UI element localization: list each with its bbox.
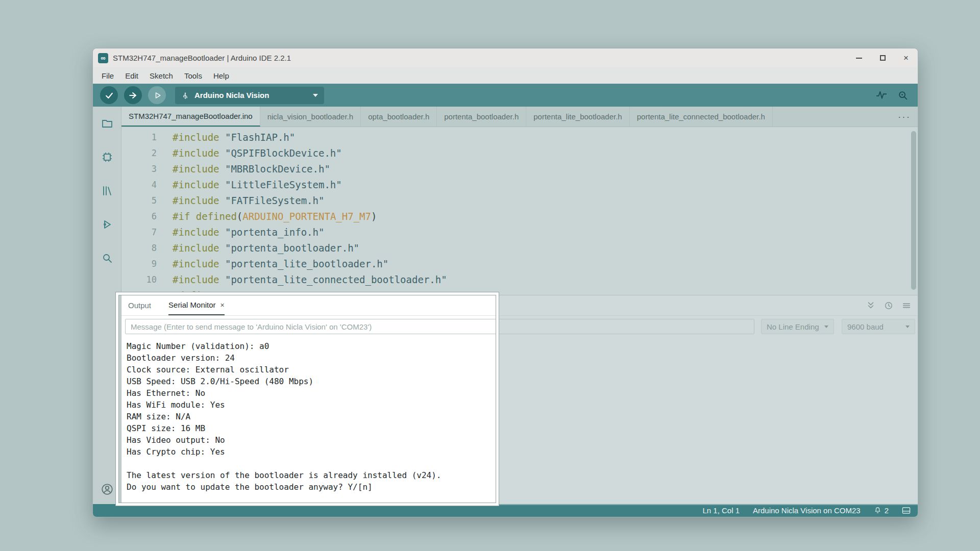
baud-rate-dropdown[interactable]: 9600 baud [842, 319, 915, 334]
code-text: #include "FlashIAP.h" [173, 130, 295, 145]
panel-tab-output[interactable]: Output [128, 295, 151, 315]
code-line: 2#include "QSPIFBlockDevice.h" [121, 145, 918, 161]
sidebar-item-debug[interactable] [101, 218, 114, 231]
panel-tab-serial-monitor[interactable]: Serial Monitor× [168, 295, 225, 315]
close-icon[interactable]: × [220, 301, 225, 309]
upload-button[interactable] [124, 86, 142, 104]
title-bar: ∞ STM32H747_manageBootloader | Arduino I… [93, 48, 918, 67]
books-icon [101, 185, 113, 197]
panel-action-icons [866, 295, 911, 316]
sidebar-item-library-manager[interactable] [101, 184, 114, 197]
line-number: 7 [121, 224, 157, 240]
minimize-icon [856, 58, 862, 59]
menu-item-file[interactable]: File [96, 71, 119, 80]
toolbar-right [876, 90, 918, 101]
line-number: 9 [121, 256, 157, 272]
upload-icon [128, 90, 138, 101]
serial-output-line: Has WiFi module: Yes [127, 399, 442, 411]
code-text: #include "portenta_lite_connected_bootlo… [173, 272, 447, 288]
line-number: 11 [121, 288, 157, 295]
collapse-panel-icon[interactable] [866, 301, 875, 310]
editor-tab[interactable]: portenta_lite_bootloader.h [526, 107, 629, 127]
code-text: #include "QSPIFBlockDevice.h" [173, 145, 342, 161]
panel-menu-icon[interactable] [902, 301, 911, 310]
bottom-panel: OutputSerial Monitor× No Line Ending 960… [121, 295, 918, 505]
editor-tab[interactable]: STM32H747_manageBootloader.ino [121, 107, 260, 127]
close-button[interactable]: × [894, 48, 918, 67]
sidebar-item-sketchbook[interactable] [101, 117, 114, 130]
debug-button[interactable] [148, 86, 166, 104]
code-line: 8#include "portenta_bootloader.h" [121, 240, 918, 256]
toggle-panel-icon[interactable] [902, 507, 911, 514]
chip-icon [101, 151, 113, 163]
editor-tab[interactable]: nicla_vision_bootloader.h [260, 107, 361, 127]
line-ending-dropdown[interactable]: No Line Ending [761, 319, 834, 334]
serial-output-line: QSPI size: 16 MB [127, 422, 442, 434]
verify-button[interactable] [100, 86, 118, 104]
editor-scrollbar[interactable] [911, 131, 916, 290]
bell-icon [874, 507, 881, 514]
arduino-app-icon: ∞ [98, 53, 108, 63]
maximize-icon [880, 55, 886, 61]
close-icon: × [903, 53, 909, 63]
toolbar: Arduino Nicla Vision [93, 84, 918, 107]
menu-item-help[interactable]: Help [208, 71, 235, 80]
serial-monitor-icon[interactable] [897, 90, 909, 101]
board-selector[interactable]: Arduino Nicla Vision [175, 87, 324, 104]
serial-output-line: Has Video output: No [127, 434, 442, 446]
code-line: 10#include "portenta_lite_connected_boot… [121, 272, 918, 288]
board-selector-label: Arduino Nicla Vision [194, 91, 269, 99]
sidebar-item-boards-manager[interactable] [101, 151, 114, 164]
timestamp-icon[interactable] [884, 301, 893, 310]
debug-icon [152, 90, 162, 101]
code-line: 1#include "FlashIAP.h" [121, 130, 918, 145]
status-bar: Ln 1, Col 1 Arduino Nicla Vision on COM2… [93, 504, 918, 517]
account-button[interactable] [101, 483, 114, 496]
minimize-button[interactable] [847, 48, 871, 67]
maximize-button[interactable] [871, 48, 894, 67]
tab-overflow-button[interactable]: ··· [898, 107, 911, 127]
line-number: 4 [121, 177, 157, 193]
menu-bar: FileEditSketchToolsHelp [93, 67, 918, 84]
window-title: STM32H747_manageBootloader | Arduino IDE… [113, 54, 291, 62]
code-line: 3#include "MBRBlockDevice.h" [121, 161, 918, 177]
activity-sidebar [93, 107, 121, 505]
chevron-down-icon [824, 325, 828, 328]
serial-message-input[interactable] [125, 319, 754, 334]
editor-tab[interactable]: portenta_lite_connected_bootloader.h [630, 107, 773, 127]
code-text: #include "portenta_info.h" [173, 224, 324, 240]
serial-output-line: USB Speed: USB 2.0/Hi-Speed (480 Mbps) [127, 375, 442, 387]
code-editor[interactable]: 1#include "FlashIAP.h"2#include "QSPIFBl… [121, 127, 918, 295]
sidebar-item-search[interactable] [101, 252, 114, 265]
code-line: 5#include "FATFileSystem.h" [121, 193, 918, 209]
code-text: #include "portenta_bootloader.h" [173, 240, 359, 256]
serial-output-line: Bootloader version: 24 [127, 352, 442, 364]
search-icon [101, 252, 113, 264]
code-text: #define GET_OTP_BOARD_INFO [173, 288, 324, 295]
serial-plotter-icon[interactable] [876, 90, 887, 101]
serial-output[interactable]: Magic Number (validation): a0Bootloader … [127, 340, 442, 493]
serial-output-line: Has Crypto chip: Yes [127, 446, 442, 458]
code-text: #include "FATFileSystem.h" [173, 193, 324, 209]
account-icon [101, 483, 114, 496]
line-number: 5 [121, 193, 157, 209]
menu-item-sketch[interactable]: Sketch [144, 71, 179, 80]
menu-item-edit[interactable]: Edit [119, 71, 144, 80]
verify-icon [104, 90, 114, 101]
code-line: 6#if defined(ARDUINO_PORTENTA_H7_M7) [121, 209, 918, 224]
notifications-button[interactable]: 2 [874, 506, 889, 515]
code-line: 11#define GET_OTP_BOARD_INFO [121, 288, 918, 295]
chevron-down-icon [905, 325, 910, 328]
board-connection-status: Arduino Nicla Vision on COM23 [753, 506, 861, 515]
editor-tab[interactable]: opta_bootloader.h [361, 107, 437, 127]
code-text: #include "MBRBlockDevice.h" [173, 161, 330, 177]
line-number: 8 [121, 240, 157, 256]
editor-tab[interactable]: portenta_bootloader.h [437, 107, 526, 127]
menu-item-tools[interactable]: Tools [179, 71, 208, 80]
notification-count: 2 [885, 506, 889, 515]
chevron-down-icon [313, 94, 318, 97]
baud-rate-value: 9600 baud [847, 322, 884, 331]
serial-output-line: Magic Number (validation): a0 [127, 340, 442, 352]
serial-output-line: Has Ethernet: No [127, 387, 442, 399]
line-number: 2 [121, 145, 157, 161]
